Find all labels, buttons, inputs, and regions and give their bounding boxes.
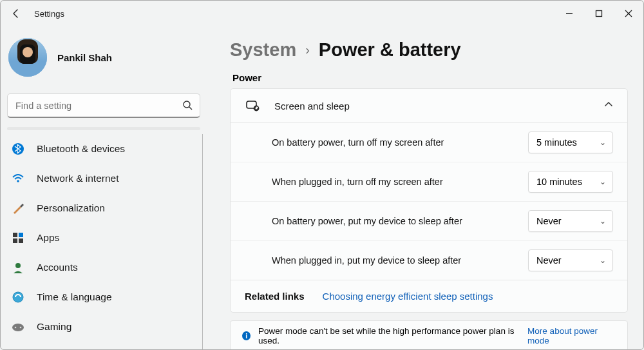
sidebar-item-label: Bluetooth & devices [37, 143, 125, 155]
screen-sleep-header[interactable]: Screen and sleep [231, 89, 627, 123]
svg-rect-6 [13, 233, 17, 237]
profile[interactable]: Pankil Shah [5, 26, 203, 90]
username: Pankil Shah [57, 52, 112, 63]
svg-rect-9 [19, 238, 23, 243]
svg-rect-7 [19, 233, 23, 237]
setting-row: On battery power, put my device to sleep… [231, 201, 627, 240]
info-text: Power mode can't be set while the high p… [258, 326, 520, 345]
maximize-button[interactable] [584, 1, 614, 26]
svg-line-3 [189, 107, 192, 110]
info-icon: i [242, 331, 251, 340]
sidebar-item-personalization[interactable]: Personalization [5, 193, 201, 223]
sidebar-item-time[interactable]: Time & language [5, 282, 201, 312]
svg-rect-8 [13, 238, 17, 243]
sidebar-item-accounts[interactable]: Accounts [5, 253, 201, 282]
sidebar-item-label: Apps [37, 232, 59, 244]
avatar [8, 38, 47, 77]
sidebar-item-bluetooth[interactable]: Bluetooth & devices [5, 134, 201, 164]
minimize-button[interactable] [554, 1, 584, 26]
related-title: Related links [245, 291, 305, 302]
titlebar: Settings [1, 1, 643, 26]
window-controls [554, 1, 643, 26]
svg-rect-1 [596, 11, 602, 17]
chevron-down-icon: ⌄ [600, 138, 606, 147]
setting-label: On battery power, put my device to sleep… [272, 216, 462, 226]
card-title: Screen and sleep [274, 101, 350, 112]
sidebar-item-label: Network & internet [37, 173, 119, 184]
sidebar-item-gaming[interactable]: Gaming [5, 312, 201, 342]
related-links: Related links Choosing energy efficient … [231, 280, 627, 312]
setting-row: When plugged in, put my device to sleep … [231, 240, 627, 280]
account-icon [11, 260, 25, 275]
sidebar-item-apps[interactable]: Apps [5, 223, 201, 253]
breadcrumb-parent[interactable]: System [230, 39, 296, 61]
wifi-icon [11, 171, 25, 186]
sidebar-item-label: Gaming [37, 321, 71, 333]
main-content: System › Power & battery Power Screen an… [207, 26, 643, 349]
nav: Bluetooth & devices Network & internet P… [5, 134, 203, 349]
setting-row: On battery power, turn off my screen aft… [231, 123, 627, 162]
scroll-grip [7, 127, 200, 130]
sleep-plugged-select[interactable]: Never ⌄ [528, 249, 613, 271]
close-button[interactable] [614, 1, 643, 26]
info-link[interactable]: More about power mode [527, 326, 616, 345]
svg-point-14 [15, 327, 17, 329]
svg-point-10 [15, 263, 21, 268]
svg-point-5 [17, 180, 19, 183]
select-value: 10 minutes [536, 177, 582, 187]
screen-sleep-card: Screen and sleep On battery power, turn … [230, 88, 628, 313]
select-value: Never [536, 216, 562, 226]
screen-off-battery-select[interactable]: 5 minutes ⌄ [528, 131, 613, 153]
svg-point-2 [184, 101, 190, 108]
select-value: 5 minutes [536, 137, 577, 148]
svg-point-13 [12, 324, 24, 331]
chevron-right-icon: › [305, 43, 310, 57]
search-input[interactable] [7, 93, 200, 118]
breadcrumb: System › Power & battery [230, 39, 628, 61]
sidebar-item-network[interactable]: Network & internet [5, 164, 201, 193]
sidebar-item-accessibility[interactable]: Accessibility [5, 342, 201, 349]
chevron-down-icon: ⌄ [600, 256, 606, 265]
related-link[interactable]: Choosing energy efficient sleep settings [323, 291, 493, 302]
section-title: Power [232, 72, 628, 83]
bluetooth-icon [11, 142, 25, 156]
page-title: Power & battery [319, 39, 461, 61]
sidebar-item-label: Accounts [37, 262, 78, 273]
info-bar: i Power mode can't be set while the high… [230, 320, 628, 349]
search-box [7, 93, 200, 118]
chevron-down-icon: ⌄ [600, 177, 606, 186]
setting-label: On battery power, turn off my screen aft… [272, 137, 444, 148]
setting-label: When plugged in, put my device to sleep … [272, 255, 461, 266]
brush-icon [11, 201, 25, 215]
setting-row: When plugged in, turn off my screen afte… [231, 162, 627, 201]
gaming-icon [11, 320, 25, 334]
search-icon [182, 100, 193, 113]
sidebar-item-label: Personalization [37, 202, 105, 214]
setting-label: When plugged in, turn off my screen afte… [272, 177, 443, 187]
apps-icon [11, 231, 25, 245]
sleep-battery-select[interactable]: Never ⌄ [528, 210, 613, 232]
svg-point-15 [20, 327, 22, 329]
sidebar: Pankil Shah Bluetooth & devices Network … [1, 26, 207, 349]
select-value: Never [536, 255, 562, 266]
chevron-down-icon: ⌄ [600, 217, 606, 226]
sidebar-item-label: Time & language [37, 291, 112, 303]
app-title: Settings [34, 9, 64, 19]
time-icon [11, 290, 25, 304]
chevron-up-icon [604, 100, 613, 112]
screen-off-plugged-select[interactable]: 10 minutes ⌄ [528, 171, 613, 193]
screen-icon [245, 98, 260, 113]
back-button[interactable] [10, 7, 23, 20]
